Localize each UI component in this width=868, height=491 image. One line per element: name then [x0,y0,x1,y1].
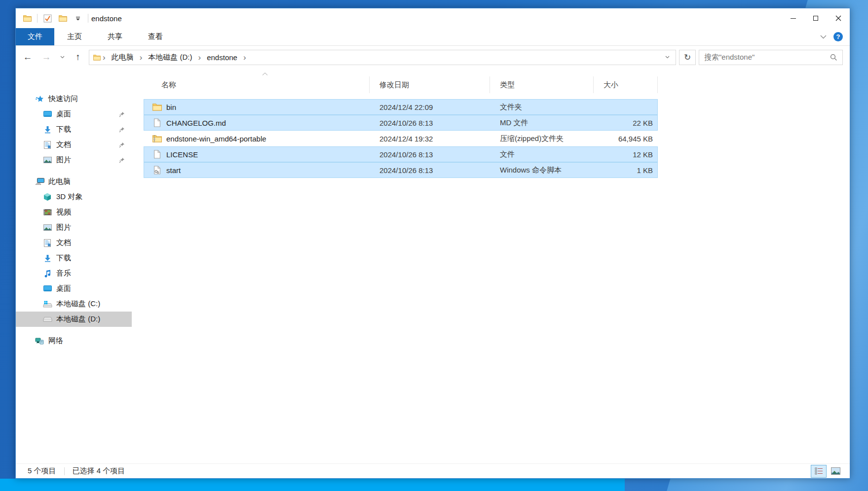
pin-icon [119,142,132,148]
details-view-button[interactable] [811,465,826,477]
tab-share[interactable]: 共享 [95,28,135,45]
music-note-icon [42,270,52,278]
up-button[interactable]: ↑ [70,50,86,65]
file-size: 22 KB [594,119,658,127]
tab-view[interactable]: 查看 [135,28,176,45]
column-label: 修改日期 [379,80,409,90]
file-name: start [166,166,181,175]
table-row-start[interactable]: start 2024/10/26 8:13 Windows 命令脚本 1 KB [144,162,658,178]
sidebar-item-downloads[interactable]: 下载 [16,122,132,137]
tab-home[interactable]: 主页 [54,28,95,45]
table-row-license[interactable]: LICENSE 2024/10/26 8:13 文件 12 KB [144,146,658,162]
customize-toolbar-caret-icon[interactable] [73,12,83,24]
minimize-button[interactable] [782,8,804,28]
file-size: 64,945 KB [594,135,658,143]
breadcrumb-separator-icon: › [102,53,107,62]
recent-locations-chevron-icon[interactable] [57,50,67,65]
zip-folder-icon [151,135,162,142]
this-pc-icon [35,178,44,185]
table-row-bin[interactable]: bin 2024/12/4 22:09 文件夹 [144,99,658,115]
quick-access-star-icon [35,95,44,103]
folder-icon [151,103,162,111]
file-date: 2024/10/26 8:13 [370,166,490,175]
sidebar-item-pictures-2[interactable]: 图片 [16,220,132,235]
column-header-size[interactable]: 大小 [594,76,658,93]
column-header-row: 名称 修改日期 类型 大小 [144,76,850,93]
videos-icon [42,209,52,215]
file-name: LICENSE [166,150,198,159]
file-type: 文件 [490,150,594,159]
desktop-icon [42,111,52,117]
search-input[interactable]: 搜索"endstone" [699,50,843,65]
expand-ribbon-chevron-icon[interactable] [820,35,827,39]
close-button[interactable] [827,8,850,28]
document-icon [42,141,52,149]
column-header-name[interactable]: 名称 [144,76,370,93]
window-folder-icon [22,12,33,24]
forward-button[interactable]: → [38,50,54,65]
table-row-changelog[interactable]: CHANGELOG.md 2024/10/26 8:13 MD 文件 22 KB [144,115,658,131]
search-placeholder: 搜索"endstone" [704,53,827,62]
new-folder-button[interactable] [57,12,68,24]
file-type: Windows 命令脚本 [490,166,594,175]
search-icon [830,54,837,61]
column-label: 名称 [161,80,176,90]
sidebar-item-pictures[interactable]: 图片 [16,152,132,168]
sidebar-item-label: 桌面 [56,109,71,119]
column-header-date[interactable]: 修改日期 [370,76,490,93]
sidebar-item-desktop-2[interactable]: 桌面 [16,281,132,296]
minimize-icon [791,18,796,19]
maximize-button[interactable] [804,8,827,28]
sidebar-item-label: 桌面 [56,284,71,293]
breadcrumb-endstone[interactable]: endstone [203,53,241,62]
sidebar-item-label: 文档 [56,140,71,149]
sidebar-item-label: 此电脑 [48,177,71,186]
close-icon [835,15,841,21]
maximize-icon [813,16,818,21]
download-icon [42,126,52,134]
sidebar-item-label: 网络 [48,336,63,346]
pin-icon [119,157,132,163]
table-row-portable-zip[interactable]: endstone-win_amd64-portable 2024/12/4 19… [144,131,658,146]
ribbon-tab-bar: 文件 主页 共享 查看 ? [16,28,850,46]
sidebar-item-local-disk-c[interactable]: 本地磁盘 (C:) [16,296,132,312]
tab-label: 共享 [108,32,122,41]
file-date: 2024/10/26 8:13 [370,150,490,159]
main-content: 快速访问 桌面 下载 [16,69,850,463]
back-button[interactable]: ← [20,50,36,65]
breadcrumb-separator-icon: › [242,53,247,62]
sidebar-item-music[interactable]: 音乐 [16,266,132,281]
sidebar-item-downloads-2[interactable]: 下载 [16,250,132,266]
sidebar-item-videos[interactable]: 视频 [16,205,132,220]
sidebar-item-documents-2[interactable]: 文档 [16,235,132,250]
sidebar-item-3d-objects[interactable]: 3D 对象 [16,189,132,205]
breadcrumb-local-disk-d[interactable]: 本地磁盘 (D:) [144,53,196,62]
details-view-icon [815,467,823,475]
file-size: 12 KB [594,150,658,159]
address-dropdown-chevron-icon[interactable] [661,56,674,59]
file-icon [151,150,162,159]
help-button[interactable]: ? [833,32,843,41]
sidebar-item-label: 3D 对象 [56,192,82,202]
properties-button[interactable] [42,12,53,24]
navigation-pane: 快速访问 桌面 下载 [16,69,132,463]
breadcrumb-this-pc[interactable]: 此电脑 [108,53,138,62]
file-date: 2024/12/4 22:09 [370,103,490,111]
address-bar[interactable]: › 此电脑 › 本地磁盘 (D:) › endstone › [89,50,676,65]
status-bar: 5 个项目 已选择 4 个项目 [16,463,850,478]
sidebar-item-local-disk-d[interactable]: 本地磁盘 (D:) [16,312,132,327]
sidebar-item-this-pc[interactable]: 此电脑 [16,174,132,189]
column-header-type[interactable]: 类型 [490,76,594,93]
desktop-background: endstone 文件 主页 共享 查看 ? ← → ↑ [0,0,868,491]
sidebar-item-quick-access[interactable]: 快速访问 [16,91,132,106]
thumbnail-view-button[interactable] [828,465,843,477]
selected-count: 已选择 4 个项目 [73,466,125,476]
sidebar-item-label: 图片 [56,155,71,165]
tab-file[interactable]: 文件 [16,28,54,45]
refresh-button[interactable]: ↻ [679,50,696,65]
sidebar-item-desktop[interactable]: 桌面 [16,106,132,122]
sidebar-item-documents[interactable]: 文档 [16,137,132,152]
sidebar-item-network[interactable]: 网络 [16,333,132,349]
sidebar-item-label: 视频 [56,208,71,217]
file-type: 文件夹 [490,103,594,112]
